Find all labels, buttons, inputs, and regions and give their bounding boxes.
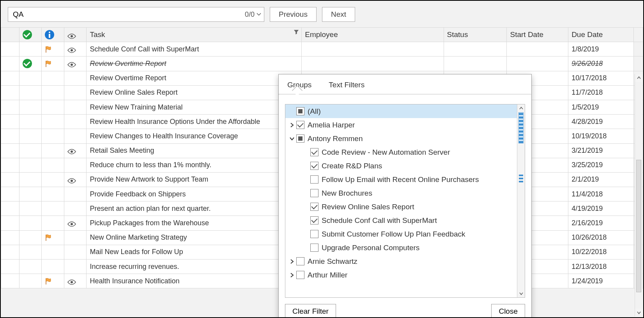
- cell-due-date[interactable]: 2/1/2019: [568, 172, 634, 187]
- cell-due-date[interactable]: 10/17/2018: [568, 71, 634, 85]
- cell-completed[interactable]: [19, 71, 42, 85]
- previous-button[interactable]: Previous: [270, 7, 317, 22]
- cell-due-date[interactable]: 12/13/2018: [568, 260, 634, 274]
- filter-tree-item[interactable]: Code Review - New Automation Server: [285, 145, 517, 159]
- cell-completed[interactable]: [19, 42, 42, 57]
- cell-completed[interactable]: [19, 245, 42, 259]
- cell-due-date[interactable]: 10/22/2018: [568, 245, 634, 259]
- chevron-right-icon[interactable]: [288, 257, 296, 266]
- table-row[interactable]: Review Overtime Report9/26/2018: [1, 57, 643, 71]
- filter-checkbox[interactable]: [310, 162, 318, 170]
- tree-scroll-thumb[interactable]: [518, 112, 524, 143]
- filter-tree-item[interactable]: Antony Remmen: [285, 132, 517, 145]
- cell-watch[interactable]: [64, 158, 87, 172]
- cell-flag[interactable]: [42, 230, 64, 245]
- cell-task[interactable]: Pickup Packages from the Warehouse: [87, 216, 302, 230]
- scroll-up-icon[interactable]: [635, 74, 642, 82]
- cell-due-date[interactable]: 1/8/2019: [568, 42, 634, 57]
- cell-task[interactable]: Present an action plan for next quarter.: [87, 201, 302, 216]
- filter-tree-item[interactable]: New Brochures: [285, 186, 517, 200]
- tab-text-filters[interactable]: Text Filters: [326, 78, 368, 94]
- cell-flag[interactable]: [42, 260, 64, 274]
- cell-completed[interactable]: [19, 100, 42, 114]
- cell-completed[interactable]: [19, 57, 42, 71]
- cell-watch[interactable]: [64, 245, 87, 259]
- filter-tree-item[interactable]: Submit Customer Follow Up Plan Feedback: [285, 227, 517, 241]
- cell-watch[interactable]: [64, 216, 87, 230]
- cell-task[interactable]: Review New Training Material: [87, 100, 302, 114]
- cell-task[interactable]: New Online Marketing Strategy: [87, 230, 302, 245]
- filter-icon[interactable]: [294, 29, 299, 35]
- cell-task[interactable]: Schedule Conf Call with SuperMart: [87, 42, 302, 57]
- filter-checkbox[interactable]: [310, 244, 318, 252]
- cell-watch[interactable]: [64, 172, 87, 187]
- cell-start-date[interactable]: [507, 57, 568, 71]
- cell-task[interactable]: Review Overtime Report: [87, 71, 302, 85]
- cell-completed[interactable]: [19, 260, 42, 274]
- clear-filter-button[interactable]: Clear Filter: [285, 304, 336, 317]
- cell-watch[interactable]: [64, 57, 87, 71]
- cell-task[interactable]: Review Online Sales Report: [87, 85, 302, 100]
- cell-watch[interactable]: [64, 274, 87, 288]
- chevron-down-icon[interactable]: [288, 134, 296, 143]
- cell-completed[interactable]: [19, 274, 42, 288]
- checkbox-all[interactable]: [296, 107, 304, 115]
- cell-flag[interactable]: [42, 172, 64, 187]
- filter-tree-item[interactable]: Follow Up Email with Recent Online Purch…: [285, 173, 517, 186]
- scroll-up-icon[interactable]: [517, 104, 525, 112]
- cell-flag[interactable]: [42, 216, 64, 230]
- cell-watch[interactable]: [64, 143, 87, 158]
- cell-start-date[interactable]: [507, 42, 568, 57]
- cell-flag[interactable]: [42, 42, 64, 57]
- scroll-down-icon[interactable]: [635, 309, 642, 316]
- cell-task[interactable]: Review Health Insurance Options Under th…: [87, 115, 302, 129]
- cell-due-date[interactable]: 4/28/2019: [568, 115, 634, 129]
- cell-watch[interactable]: [64, 230, 87, 245]
- cell-due-date[interactable]: 11/4/2018: [568, 187, 634, 201]
- cell-task[interactable]: Review Overtime Report: [87, 57, 302, 71]
- cell-completed[interactable]: [19, 172, 42, 187]
- filter-tree-item[interactable]: Amelia Harper: [285, 118, 517, 132]
- cell-flag[interactable]: [42, 57, 64, 71]
- filter-checkbox[interactable]: [310, 230, 318, 238]
- close-filter-button[interactable]: Close: [491, 304, 525, 317]
- scroll-thumb[interactable]: [636, 160, 641, 292]
- cell-due-date[interactable]: 3/25/2019: [568, 158, 634, 172]
- cell-task[interactable]: Reduce churn to less than 1% monthly.: [87, 158, 302, 172]
- cell-status[interactable]: [444, 57, 507, 71]
- cell-flag[interactable]: [42, 71, 64, 85]
- cell-due-date[interactable]: 4/19/2019: [568, 201, 634, 216]
- column-flagged[interactable]: [42, 28, 64, 42]
- chevron-right-icon[interactable]: [288, 121, 296, 129]
- column-start-date[interactable]: Start Date: [507, 28, 568, 42]
- filter-tree-item[interactable]: Schedule Conf Call with SuperMart: [285, 214, 517, 227]
- cell-watch[interactable]: [64, 115, 87, 129]
- filter-checkbox[interactable]: [310, 189, 318, 197]
- cell-status[interactable]: [444, 42, 507, 57]
- vertical-scrollbar[interactable]: [635, 74, 642, 316]
- cell-flag[interactable]: [42, 201, 64, 216]
- cell-task[interactable]: Provide Feedback on Shippers: [87, 187, 302, 201]
- cell-due-date[interactable]: 11/7/2018: [568, 85, 634, 100]
- cell-due-date[interactable]: 2/16/2019: [568, 216, 634, 230]
- cell-flag[interactable]: [42, 274, 64, 288]
- cell-due-date[interactable]: 9/26/2018: [568, 57, 634, 71]
- filter-checkbox[interactable]: [310, 175, 318, 184]
- filter-checkbox[interactable]: [296, 134, 304, 143]
- cell-completed[interactable]: [19, 85, 42, 100]
- cell-due-date[interactable]: 10/26/2018: [568, 230, 634, 245]
- column-task[interactable]: Task: [87, 28, 302, 42]
- cell-completed[interactable]: [19, 115, 42, 129]
- cell-flag[interactable]: [42, 187, 64, 201]
- cell-completed[interactable]: [19, 216, 42, 230]
- cell-flag[interactable]: [42, 143, 64, 158]
- cell-task[interactable]: Provide New Artwork to Support Team: [87, 172, 302, 187]
- filter-tree-item[interactable]: Create R&D Plans: [285, 159, 517, 173]
- filter-checkbox[interactable]: [310, 216, 318, 224]
- cell-flag[interactable]: [42, 85, 64, 100]
- filter-tree-all[interactable]: (All): [285, 104, 517, 118]
- filter-checkbox[interactable]: [296, 271, 304, 279]
- filter-checkbox[interactable]: [310, 148, 318, 156]
- tree-scrollbar[interactable]: [517, 104, 525, 297]
- chevron-right-icon[interactable]: [288, 271, 296, 279]
